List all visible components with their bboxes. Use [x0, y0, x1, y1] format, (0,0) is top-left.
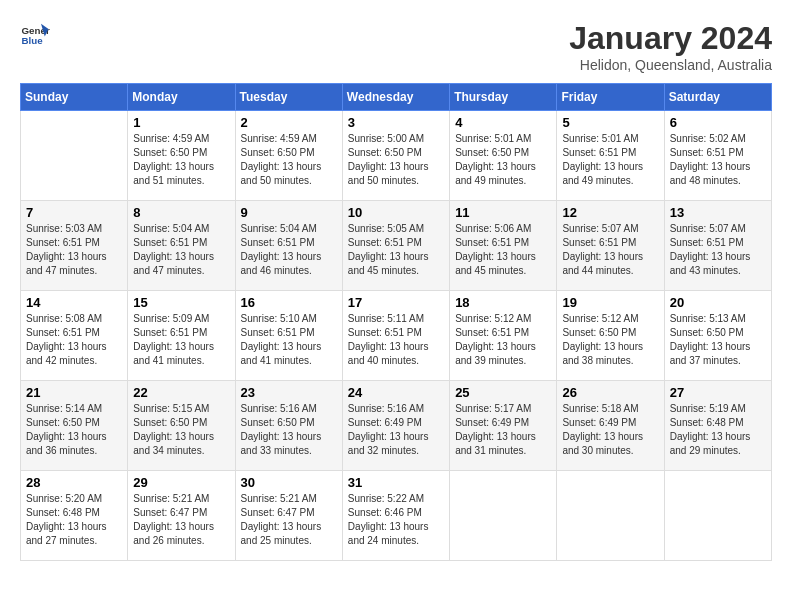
header: General Blue January 2024 Helidon, Queen…: [20, 20, 772, 73]
day-number: 25: [455, 385, 551, 400]
day-number: 23: [241, 385, 337, 400]
logo: General Blue: [20, 20, 50, 50]
day-info: Sunrise: 4:59 AMSunset: 6:50 PMDaylight:…: [241, 132, 337, 188]
day-number: 6: [670, 115, 766, 130]
day-number: 18: [455, 295, 551, 310]
header-friday: Friday: [557, 84, 664, 111]
day-number: 4: [455, 115, 551, 130]
day-info: Sunrise: 4:59 AMSunset: 6:50 PMDaylight:…: [133, 132, 229, 188]
day-info: Sunrise: 5:16 AMSunset: 6:50 PMDaylight:…: [241, 402, 337, 458]
header-monday: Monday: [128, 84, 235, 111]
calendar-cell: 8Sunrise: 5:04 AMSunset: 6:51 PMDaylight…: [128, 201, 235, 291]
calendar-cell: 27Sunrise: 5:19 AMSunset: 6:48 PMDayligh…: [664, 381, 771, 471]
header-row: SundayMondayTuesdayWednesdayThursdayFrid…: [21, 84, 772, 111]
day-number: 11: [455, 205, 551, 220]
day-number: 16: [241, 295, 337, 310]
week-row-4: 28Sunrise: 5:20 AMSunset: 6:48 PMDayligh…: [21, 471, 772, 561]
day-number: 9: [241, 205, 337, 220]
day-info: Sunrise: 5:04 AMSunset: 6:51 PMDaylight:…: [241, 222, 337, 278]
day-info: Sunrise: 5:22 AMSunset: 6:46 PMDaylight:…: [348, 492, 444, 548]
title-area: January 2024 Helidon, Queensland, Austra…: [569, 20, 772, 73]
calendar-cell: 15Sunrise: 5:09 AMSunset: 6:51 PMDayligh…: [128, 291, 235, 381]
day-number: 7: [26, 205, 122, 220]
day-number: 15: [133, 295, 229, 310]
day-info: Sunrise: 5:13 AMSunset: 6:50 PMDaylight:…: [670, 312, 766, 368]
day-info: Sunrise: 5:09 AMSunset: 6:51 PMDaylight:…: [133, 312, 229, 368]
calendar-table: SundayMondayTuesdayWednesdayThursdayFrid…: [20, 83, 772, 561]
day-info: Sunrise: 5:01 AMSunset: 6:50 PMDaylight:…: [455, 132, 551, 188]
day-info: Sunrise: 5:18 AMSunset: 6:49 PMDaylight:…: [562, 402, 658, 458]
calendar-cell: 6Sunrise: 5:02 AMSunset: 6:51 PMDaylight…: [664, 111, 771, 201]
calendar-cell: 11Sunrise: 5:06 AMSunset: 6:51 PMDayligh…: [450, 201, 557, 291]
main-title: January 2024: [569, 20, 772, 57]
day-number: 13: [670, 205, 766, 220]
week-row-3: 21Sunrise: 5:14 AMSunset: 6:50 PMDayligh…: [21, 381, 772, 471]
day-number: 12: [562, 205, 658, 220]
day-info: Sunrise: 5:04 AMSunset: 6:51 PMDaylight:…: [133, 222, 229, 278]
subtitle: Helidon, Queensland, Australia: [569, 57, 772, 73]
day-number: 3: [348, 115, 444, 130]
day-info: Sunrise: 5:00 AMSunset: 6:50 PMDaylight:…: [348, 132, 444, 188]
calendar-cell: [21, 111, 128, 201]
header-tuesday: Tuesday: [235, 84, 342, 111]
day-info: Sunrise: 5:19 AMSunset: 6:48 PMDaylight:…: [670, 402, 766, 458]
calendar-cell: 19Sunrise: 5:12 AMSunset: 6:50 PMDayligh…: [557, 291, 664, 381]
day-info: Sunrise: 5:21 AMSunset: 6:47 PMDaylight:…: [241, 492, 337, 548]
day-info: Sunrise: 5:01 AMSunset: 6:51 PMDaylight:…: [562, 132, 658, 188]
calendar-cell: 7Sunrise: 5:03 AMSunset: 6:51 PMDaylight…: [21, 201, 128, 291]
week-row-0: 1Sunrise: 4:59 AMSunset: 6:50 PMDaylight…: [21, 111, 772, 201]
header-sunday: Sunday: [21, 84, 128, 111]
day-info: Sunrise: 5:02 AMSunset: 6:51 PMDaylight:…: [670, 132, 766, 188]
week-row-2: 14Sunrise: 5:08 AMSunset: 6:51 PMDayligh…: [21, 291, 772, 381]
day-number: 28: [26, 475, 122, 490]
day-info: Sunrise: 5:06 AMSunset: 6:51 PMDaylight:…: [455, 222, 551, 278]
day-number: 29: [133, 475, 229, 490]
calendar-cell: 10Sunrise: 5:05 AMSunset: 6:51 PMDayligh…: [342, 201, 449, 291]
day-number: 5: [562, 115, 658, 130]
day-info: Sunrise: 5:11 AMSunset: 6:51 PMDaylight:…: [348, 312, 444, 368]
day-info: Sunrise: 5:15 AMSunset: 6:50 PMDaylight:…: [133, 402, 229, 458]
day-number: 1: [133, 115, 229, 130]
calendar-cell: 13Sunrise: 5:07 AMSunset: 6:51 PMDayligh…: [664, 201, 771, 291]
calendar-cell: 14Sunrise: 5:08 AMSunset: 6:51 PMDayligh…: [21, 291, 128, 381]
day-info: Sunrise: 5:20 AMSunset: 6:48 PMDaylight:…: [26, 492, 122, 548]
day-number: 8: [133, 205, 229, 220]
day-number: 14: [26, 295, 122, 310]
calendar-cell: 3Sunrise: 5:00 AMSunset: 6:50 PMDaylight…: [342, 111, 449, 201]
calendar-cell: 28Sunrise: 5:20 AMSunset: 6:48 PMDayligh…: [21, 471, 128, 561]
calendar-cell: 29Sunrise: 5:21 AMSunset: 6:47 PMDayligh…: [128, 471, 235, 561]
day-info: Sunrise: 5:16 AMSunset: 6:49 PMDaylight:…: [348, 402, 444, 458]
day-number: 17: [348, 295, 444, 310]
day-number: 30: [241, 475, 337, 490]
day-info: Sunrise: 5:07 AMSunset: 6:51 PMDaylight:…: [670, 222, 766, 278]
calendar-cell: 21Sunrise: 5:14 AMSunset: 6:50 PMDayligh…: [21, 381, 128, 471]
day-info: Sunrise: 5:12 AMSunset: 6:50 PMDaylight:…: [562, 312, 658, 368]
day-info: Sunrise: 5:10 AMSunset: 6:51 PMDaylight:…: [241, 312, 337, 368]
day-info: Sunrise: 5:07 AMSunset: 6:51 PMDaylight:…: [562, 222, 658, 278]
day-info: Sunrise: 5:03 AMSunset: 6:51 PMDaylight:…: [26, 222, 122, 278]
day-number: 19: [562, 295, 658, 310]
calendar-cell: 16Sunrise: 5:10 AMSunset: 6:51 PMDayligh…: [235, 291, 342, 381]
calendar-cell: 9Sunrise: 5:04 AMSunset: 6:51 PMDaylight…: [235, 201, 342, 291]
day-info: Sunrise: 5:08 AMSunset: 6:51 PMDaylight:…: [26, 312, 122, 368]
calendar-cell: 20Sunrise: 5:13 AMSunset: 6:50 PMDayligh…: [664, 291, 771, 381]
day-info: Sunrise: 5:21 AMSunset: 6:47 PMDaylight:…: [133, 492, 229, 548]
day-info: Sunrise: 5:17 AMSunset: 6:49 PMDaylight:…: [455, 402, 551, 458]
header-thursday: Thursday: [450, 84, 557, 111]
day-number: 21: [26, 385, 122, 400]
week-row-1: 7Sunrise: 5:03 AMSunset: 6:51 PMDaylight…: [21, 201, 772, 291]
calendar-cell: 31Sunrise: 5:22 AMSunset: 6:46 PMDayligh…: [342, 471, 449, 561]
calendar-cell: 4Sunrise: 5:01 AMSunset: 6:50 PMDaylight…: [450, 111, 557, 201]
calendar-cell: 5Sunrise: 5:01 AMSunset: 6:51 PMDaylight…: [557, 111, 664, 201]
calendar-cell: [664, 471, 771, 561]
day-number: 31: [348, 475, 444, 490]
day-info: Sunrise: 5:14 AMSunset: 6:50 PMDaylight:…: [26, 402, 122, 458]
day-number: 27: [670, 385, 766, 400]
svg-text:Blue: Blue: [22, 35, 44, 46]
logo-icon: General Blue: [20, 20, 50, 50]
day-info: Sunrise: 5:05 AMSunset: 6:51 PMDaylight:…: [348, 222, 444, 278]
day-number: 2: [241, 115, 337, 130]
calendar-cell: 24Sunrise: 5:16 AMSunset: 6:49 PMDayligh…: [342, 381, 449, 471]
day-number: 26: [562, 385, 658, 400]
header-wednesday: Wednesday: [342, 84, 449, 111]
